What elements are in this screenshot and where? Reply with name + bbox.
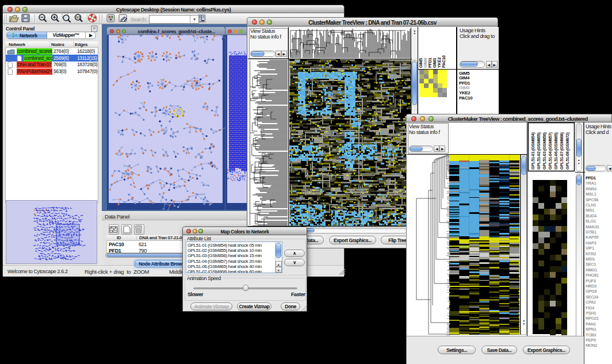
svg-text:1:1: 1:1: [76, 16, 80, 19]
